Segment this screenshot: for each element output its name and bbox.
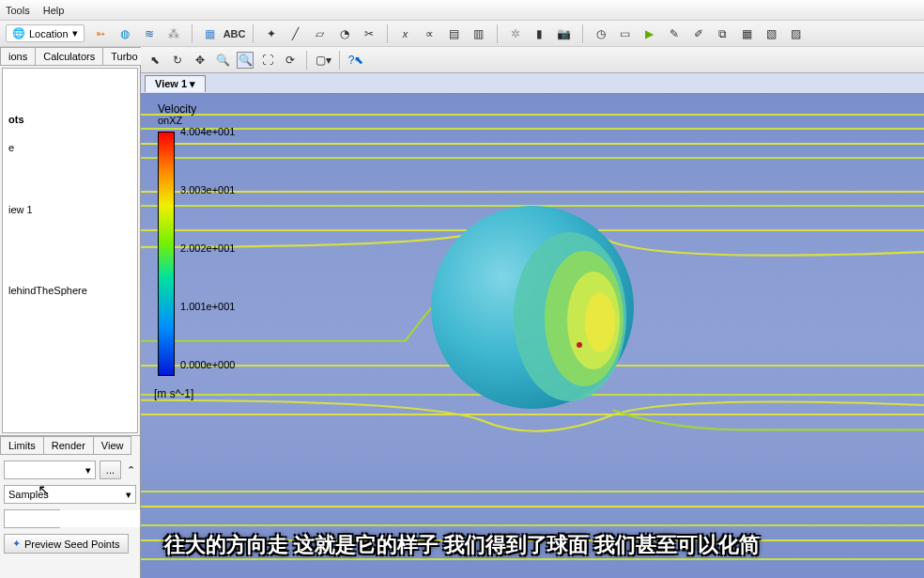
menu-help[interactable]: Help xyxy=(43,5,65,16)
preview-label: Preview Seed Points xyxy=(24,539,120,550)
zoombox-icon[interactable]: 🔍 xyxy=(237,52,254,69)
tab-turbo[interactable]: Turbo xyxy=(102,47,146,65)
samples-label: Samples xyxy=(8,489,49,500)
location-label: Location xyxy=(29,28,69,39)
probe-icon[interactable]: ✐ xyxy=(690,25,707,42)
fit-icon[interactable]: ⛶ xyxy=(259,52,276,69)
rotate-icon[interactable]: ↻ xyxy=(169,52,186,69)
select-icon[interactable]: ⬉ xyxy=(146,52,163,69)
table-icon[interactable]: ▤ xyxy=(446,25,463,42)
vector-icon[interactable]: ➳ xyxy=(92,25,109,42)
timer-icon[interactable]: ◷ xyxy=(593,25,609,42)
samples-spinner[interactable]: ▲▼ xyxy=(4,509,60,528)
tab-view[interactable]: View xyxy=(93,436,132,455)
option-combo[interactable]: ▾ xyxy=(4,461,96,479)
browse-button[interactable]: ... xyxy=(100,461,121,479)
outline-tree[interactable]: ots e iew 1 lehindTheSphere xyxy=(2,68,138,433)
chevron-down-icon: ▾ xyxy=(85,464,91,476)
viewport[interactable]: Velocity onXZ 4.004e+001 3.003e+001 2.00… xyxy=(141,94,924,578)
expression-icon[interactable]: ∝ xyxy=(422,25,439,42)
export-icon[interactable]: ▨ xyxy=(788,25,805,42)
refresh-icon[interactable]: ⟳ xyxy=(282,52,299,69)
tree-node[interactable]: ots xyxy=(7,112,133,127)
tree-node[interactable]: e xyxy=(7,140,133,155)
legend-title: Velocity xyxy=(158,103,196,115)
preview-seed-points-button[interactable]: ✦ Preview Seed Points xyxy=(4,534,129,554)
tab-expressions[interactable]: ions xyxy=(0,47,36,65)
chart-icon[interactable]: ▥ xyxy=(470,25,487,42)
volume-icon[interactable]: ▦ xyxy=(202,25,219,42)
zoom-icon[interactable]: 🔍 xyxy=(214,52,231,69)
report-icon[interactable]: ▧ xyxy=(763,25,780,42)
menu-tools[interactable]: Tools xyxy=(6,5,30,16)
text-icon[interactable]: ABC xyxy=(226,25,243,42)
legend-units: [m s^-1] xyxy=(154,387,193,400)
svg-point-4 xyxy=(585,292,615,352)
sphere xyxy=(429,204,636,411)
tree-node[interactable]: iew 1 xyxy=(7,202,133,217)
tick-min: 0.000e+000 xyxy=(180,359,235,370)
keyframe-icon[interactable]: ✎ xyxy=(666,25,683,42)
samples-combo[interactable]: Samples▾ xyxy=(4,485,136,504)
legend-icon[interactable]: ▮ xyxy=(531,25,548,42)
play-icon[interactable]: ▶ xyxy=(641,25,658,42)
properties-panel: Limits Render View ▾ ... ⌃ Samples▾ ▲▼ xyxy=(0,435,140,578)
legend-subtitle: onXZ xyxy=(158,115,196,126)
plane-icon[interactable]: ▱ xyxy=(312,25,329,42)
tick-max: 4.004e+001 xyxy=(180,126,235,137)
compare-icon[interactable]: ⧉ xyxy=(715,25,732,42)
video-subtitle: 往大的方向走 这就是它的样子 我们得到了球面 我们甚至可以化简 xyxy=(164,531,760,559)
view-area: ⬉ ↻ ✥ 🔍 🔍 ⛶ ⟳ ▢▾ ?⬉ View 1 ▾ xyxy=(141,47,924,578)
side-panel: ions Calculators Turbo ots e iew 1 lehin… xyxy=(0,47,141,578)
menubar: Tools Help xyxy=(0,0,924,21)
contour-icon[interactable]: ◍ xyxy=(116,25,133,42)
main-toolbar: 🌐 Location ▾ ➳ ◍ ≋ ⁂ ▦ ABC ✦ ╱ ▱ ◔ ✂ x ∝… xyxy=(0,21,924,47)
color-bar xyxy=(158,132,175,376)
tick-2: 2.002e+001 xyxy=(180,242,235,254)
pan-icon[interactable]: ✥ xyxy=(192,52,208,69)
legend-ticks: 4.004e+001 3.003e+001 2.002e+001 1.001e+… xyxy=(180,126,235,370)
animation-icon[interactable]: ▭ xyxy=(617,25,634,42)
tick-1: 1.001e+001 xyxy=(180,301,235,312)
samples-input[interactable] xyxy=(5,510,140,527)
chevron-down-icon: ▾ xyxy=(126,489,131,501)
tab-render[interactable]: Render xyxy=(43,436,94,455)
side-panel-tabs: ions Calculators Turbo xyxy=(0,47,140,66)
view-toolbar: ⬉ ↻ ✥ 🔍 🔍 ⛶ ⟳ ▢▾ ?⬉ xyxy=(141,47,924,73)
line-icon[interactable]: ╱ xyxy=(287,25,304,42)
seed-icon: ✦ xyxy=(12,538,21,550)
camera-icon[interactable]: 📷 xyxy=(556,25,573,42)
point-icon[interactable]: ✦ xyxy=(263,25,280,42)
render-mode-icon[interactable]: ▢▾ xyxy=(315,52,331,69)
particle-icon[interactable]: ⁂ xyxy=(165,25,182,42)
chevron-down-icon: ▾ xyxy=(190,78,195,89)
tick-3: 3.003e+001 xyxy=(180,184,235,195)
location-dropdown[interactable]: 🌐 Location ▾ xyxy=(6,24,85,42)
globe-icon: 🌐 xyxy=(12,27,25,39)
chevron-down-icon: ▾ xyxy=(72,27,78,39)
iso-icon[interactable]: ◔ xyxy=(336,25,353,42)
tab-limits[interactable]: Limits xyxy=(0,436,44,455)
tab-calculators[interactable]: Calculators xyxy=(35,47,103,65)
tree-node[interactable]: lehindTheSphere xyxy=(7,283,133,298)
variable-icon[interactable]: x xyxy=(397,25,414,42)
turbo-icon[interactable]: ✲ xyxy=(507,25,524,42)
streamline-icon[interactable]: ≋ xyxy=(141,25,158,42)
view-tabs: View 1 ▾ xyxy=(141,73,924,94)
expand-button[interactable]: ⌃ xyxy=(125,464,136,476)
mesh-icon[interactable]: ▦ xyxy=(739,25,756,42)
help-icon[interactable]: ?⬉ xyxy=(347,52,364,69)
view-tab-1[interactable]: View 1 ▾ xyxy=(145,75,206,92)
svg-point-5 xyxy=(577,342,582,348)
clip-icon[interactable]: ✂ xyxy=(361,25,377,42)
